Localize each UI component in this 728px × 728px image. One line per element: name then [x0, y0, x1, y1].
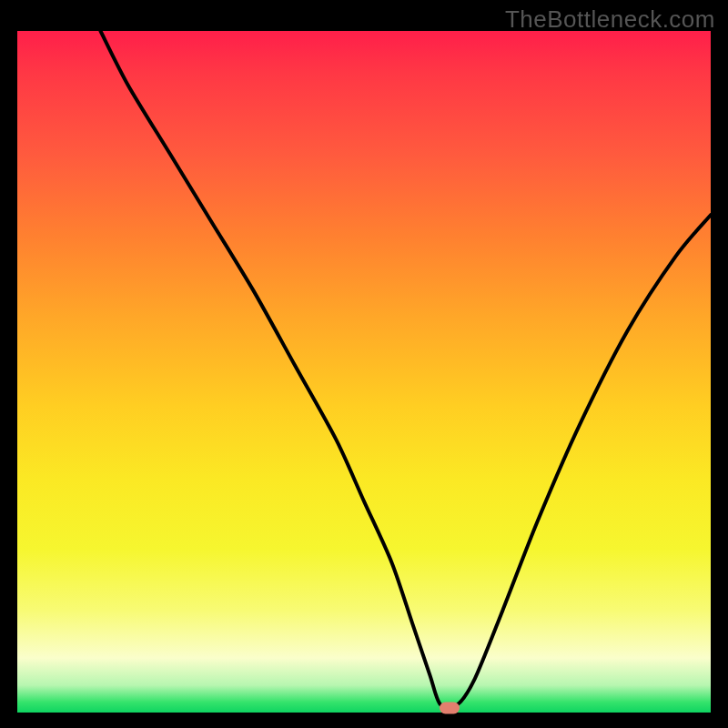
chart-frame: TheBottleneck.com: [0, 0, 728, 728]
plot-area: [17, 31, 711, 713]
watermark-label: TheBottleneck.com: [505, 5, 715, 34]
optimal-marker: [440, 703, 460, 714]
bottleneck-curve: [17, 31, 711, 713]
